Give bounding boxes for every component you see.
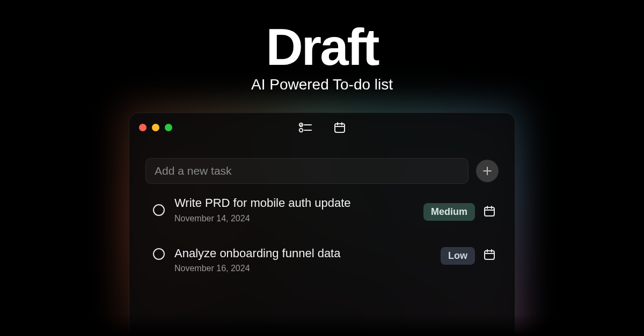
task-checkbox[interactable] (153, 204, 165, 216)
task-row[interactable]: Analyze onboarding funnel data November … (145, 237, 499, 288)
app-subtitle: AI Powered To-do list (0, 76, 644, 93)
svg-point-2 (299, 129, 303, 132)
priority-badge[interactable]: Medium (423, 203, 475, 221)
priority-badge[interactable]: Low (441, 247, 475, 265)
svg-rect-4 (335, 124, 345, 132)
minimize-window-button[interactable] (152, 124, 159, 131)
maximize-window-button[interactable] (165, 124, 172, 131)
svg-rect-10 (485, 207, 494, 216)
task-title: Analyze onboarding funnel data (174, 246, 431, 261)
calendar-icon[interactable] (484, 205, 495, 219)
close-window-button[interactable] (139, 124, 147, 131)
add-task-button[interactable] (476, 160, 499, 182)
svg-rect-14 (485, 251, 494, 259)
task-row[interactable]: Write PRD for mobile auth update Novembe… (145, 193, 499, 237)
traffic-lights (139, 124, 172, 131)
hero: Draft AI Powered To-do list (0, 21, 644, 93)
calendar-view-icon[interactable] (334, 122, 346, 133)
plus-icon (482, 166, 492, 176)
task-date: November 16, 2024 (174, 264, 431, 273)
list-view-icon[interactable] (298, 122, 312, 133)
app-window: Write PRD for mobile auth update Novembe… (129, 113, 515, 336)
calendar-icon[interactable] (484, 249, 495, 263)
window-titlebar (129, 113, 515, 142)
app-title: Draft (0, 21, 644, 73)
task-title: Write PRD for mobile auth update (174, 196, 414, 211)
new-task-input[interactable] (145, 158, 469, 184)
task-checkbox[interactable] (153, 248, 165, 260)
task-date: November 14, 2024 (174, 214, 414, 223)
